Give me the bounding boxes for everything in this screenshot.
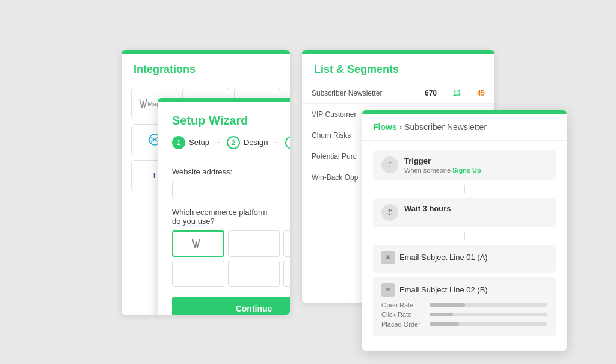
- email-b-icon: ✉: [381, 283, 395, 297]
- flow-wait-box: ⏱ Wait 3 hours: [373, 198, 556, 227]
- flows-body: ⤴ Trigger When someone Signs Up ⏱ Wait 3…: [362, 141, 567, 351]
- wizard-step-1[interactable]: 1 Setup: [172, 136, 209, 149]
- step-3-circle: 3: [285, 136, 290, 149]
- stat-click-label: Click Rate: [381, 311, 425, 318]
- flows-header: Flows › Subscriber Newsletter: [362, 114, 567, 141]
- flows-overlay: Flows › Subscriber Newsletter ⤴ Trigger …: [362, 110, 567, 351]
- step-divider-1: [217, 142, 220, 143]
- stat-open-label: Open Rate: [381, 301, 425, 309]
- flow-email-a-box: ✉ Email Subject Line 01 (A): [373, 245, 556, 273]
- platform-5[interactable]: [228, 261, 280, 287]
- continue-button[interactable]: Continue: [172, 297, 290, 315]
- platform-label: Which ecommerce platform do you use?: [172, 208, 290, 226]
- step-2-label: Design: [244, 138, 268, 147]
- platform-grid: [172, 230, 290, 287]
- trigger-title: Trigger: [404, 156, 547, 165]
- list-title: List & Segments: [302, 54, 494, 83]
- platform-3[interactable]: [283, 230, 290, 257]
- step-2-circle: 2: [227, 136, 240, 149]
- wizard-step-2[interactable]: 2 Design: [227, 136, 268, 149]
- wizard-body: Website address: Which ecommerce platfor…: [158, 167, 290, 315]
- flow-connector-1: [464, 185, 465, 193]
- trigger-subtitle: When someone Signs Up: [404, 167, 547, 174]
- step-divider-2: [275, 142, 278, 143]
- setup-wizard-overlay: Setup Wizard 1 Setup 2 Design 3 Complete: [158, 98, 290, 315]
- platform-4[interactable]: [172, 261, 224, 287]
- trigger-icon: ⤴: [381, 156, 398, 173]
- stat-open-fill: [430, 303, 465, 307]
- integrations-title: Integrations: [122, 54, 290, 83]
- wizard-title: Setup Wizard: [158, 102, 290, 136]
- wait-content: Wait 3 hours: [404, 204, 547, 213]
- stat-placed-label: Placed Order: [381, 321, 425, 328]
- wizard-steps: 1 Setup 2 Design 3 Complete: [158, 136, 290, 159]
- website-input[interactable]: [172, 180, 290, 199]
- flow-email-b-box: ✉ Email Subject Line 02 (B) Open Rate Cl…: [373, 277, 556, 336]
- stat-open-bar: [430, 303, 547, 307]
- row-v1-subscriber: 670: [413, 89, 437, 97]
- email-b-label: Email Subject Line 02 (B): [399, 285, 488, 294]
- stat-open-rate: Open Rate: [381, 301, 547, 309]
- trigger-content: Trigger When someone Signs Up: [404, 156, 547, 174]
- row-v3-subscriber: 45: [461, 89, 485, 97]
- wizard-step-3[interactable]: 3 Complete: [285, 136, 290, 149]
- platform-6[interactable]: [283, 261, 290, 287]
- step-1-label: Setup: [189, 138, 209, 147]
- wait-title: Wait 3 hours: [404, 204, 547, 213]
- email-a-label: Email Subject Line 01 (A): [399, 253, 488, 262]
- right-panel: List & Segments Subscriber Newsletter 67…: [302, 50, 494, 315]
- stat-placed-fill: [430, 322, 459, 326]
- website-label: Website address:: [172, 167, 290, 176]
- flow-stats: Open Rate Click Rate Place: [381, 301, 547, 328]
- row-v2-subscriber: 13: [437, 89, 461, 97]
- flow-connector-2: [464, 232, 465, 240]
- platform-magento[interactable]: [172, 230, 224, 257]
- step-1-circle: 1: [172, 136, 185, 149]
- list-row-subscriber: Subscriber Newsletter 670 13 45: [302, 83, 494, 104]
- flows-title: Flows: [373, 122, 397, 132]
- email-a-icon: ✉: [381, 251, 395, 264]
- wait-icon: ⏱: [381, 204, 398, 221]
- row-name-subscriber: Subscriber Newsletter: [312, 89, 413, 97]
- platform-2[interactable]: [228, 230, 280, 257]
- stat-click-fill: [430, 313, 453, 316]
- stat-placed-bar: [430, 322, 547, 326]
- stat-placed-order: Placed Order: [381, 321, 547, 328]
- flow-email-a-row: ✉ Email Subject Line 01 (A): [381, 251, 547, 264]
- integrations-card: Integrations Magento 𝕊 segment nosto↗: [122, 50, 290, 315]
- stat-click-bar: [430, 313, 547, 316]
- flow-email-b-row: ✉ Email Subject Line 02 (B): [381, 283, 547, 297]
- flows-breadcrumb: › Subscriber Newsletter: [399, 122, 487, 132]
- flow-trigger-box: ⤴ Trigger When someone Signs Up: [373, 150, 556, 180]
- stat-click-rate: Click Rate: [381, 311, 547, 318]
